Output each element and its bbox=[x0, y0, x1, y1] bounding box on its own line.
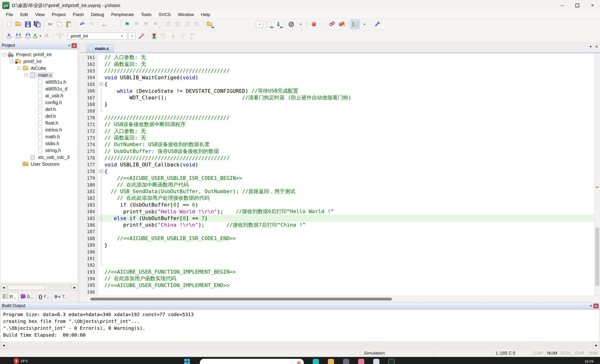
expander-icon[interactable]: − bbox=[25, 73, 28, 77]
tab-list-chevron-icon[interactable]: ▾ bbox=[590, 44, 592, 49]
fold-marker[interactable] bbox=[98, 88, 104, 94]
fold-marker[interactable] bbox=[98, 255, 104, 262]
menu-item-file[interactable]: File bbox=[2, 11, 17, 18]
code-line-188[interactable]: 188 //<<AICUBE_USER_USBLIB_ISR_CODE1_END… bbox=[80, 235, 594, 242]
menu-item-edit[interactable]: Edit bbox=[17, 11, 32, 18]
build-output-hscrollbar[interactable]: ◀ ▶ bbox=[0, 342, 600, 349]
taskbar-app-5-icon[interactable] bbox=[373, 359, 379, 364]
fold-marker[interactable] bbox=[98, 235, 104, 242]
tree-item-main-c[interactable]: −main.c bbox=[1, 72, 77, 79]
build-scroll-right-icon[interactable]: ▶ bbox=[593, 342, 600, 348]
manage-rte-button[interactable] bbox=[150, 31, 159, 41]
fold-marker[interactable] bbox=[98, 208, 104, 215]
tree-item-config-h[interactable]: config.h bbox=[1, 99, 77, 106]
build-output-close-icon[interactable]: x bbox=[593, 304, 599, 308]
panel-tab-p[interactable]: P... bbox=[0, 292, 19, 301]
code-line-173[interactable]: 173// 函数返回: 无 bbox=[80, 135, 594, 141]
fold-marker[interactable] bbox=[98, 94, 104, 101]
mesh-group-button[interactable]: ◆◆◆ bbox=[187, 31, 197, 41]
fold-marker[interactable] bbox=[98, 195, 104, 201]
target-select-combo[interactable]: printf_int▾ bbox=[68, 33, 127, 40]
menu-item-svcs[interactable]: SVCS bbox=[155, 11, 174, 18]
expander-icon[interactable]: − bbox=[10, 60, 13, 63]
code-line-163[interactable]: 163/////////////////////////////////////… bbox=[80, 67, 594, 74]
code-line-179[interactable]: 179 //<<AICUBE_USER_USBLIB_ISR_CODE1_BEG… bbox=[80, 175, 594, 181]
menu-item-peripherals[interactable]: Peripherals bbox=[108, 11, 138, 18]
configure-tools-button[interactable] bbox=[373, 20, 382, 29]
code-line-170[interactable]: 170/////////////////////////////////////… bbox=[80, 115, 594, 121]
fold-marker[interactable] bbox=[98, 108, 104, 114]
code-line-171[interactable]: 171// USB设备接收数据中断回调程序 bbox=[80, 121, 594, 128]
bookmark-prev-button[interactable]: ⚑ bbox=[132, 20, 141, 29]
save-all-button[interactable] bbox=[33, 20, 42, 29]
start-debug-session-button[interactable]: d bbox=[287, 20, 296, 29]
code-line-186[interactable]: 186 printf_usb("China !\r\n"); //接收到数据7后… bbox=[80, 222, 594, 228]
new-file-button[interactable] bbox=[4, 20, 14, 29]
maximize-button[interactable] bbox=[570, 0, 585, 11]
menu-item-tools[interactable]: Tools bbox=[138, 11, 155, 18]
build-target-button[interactable] bbox=[14, 31, 23, 41]
clock[interactable]: 16:29 bbox=[584, 359, 593, 363]
code-line-193[interactable]: 193//<<AICUBE_USER_FUNCTION_IMPLEMENT_BE… bbox=[80, 269, 594, 275]
outdent-button[interactable] bbox=[173, 20, 183, 29]
quick-find-combo-button[interactable]: ▾ bbox=[255, 20, 264, 29]
fold-marker[interactable] bbox=[98, 228, 104, 235]
code-line-167[interactable]: 167 WDT_Clear(); //清看门狗定时器 (防止硬件自动使能看门狗) bbox=[80, 94, 594, 101]
code-line-178[interactable]: 178−{ bbox=[80, 168, 594, 175]
windows-start-icon[interactable] bbox=[184, 359, 190, 364]
breakpoint-kill-all-button[interactable]: ✕ bbox=[337, 20, 347, 29]
bookmark-next-button[interactable]: ⚑ bbox=[141, 20, 151, 29]
translate-file-button[interactable] bbox=[4, 31, 14, 41]
taskbar-app-2-icon[interactable] bbox=[328, 359, 334, 364]
code-line-176[interactable]: 176/////////////////////////////////////… bbox=[80, 155, 594, 161]
scroll-left-icon[interactable]: ◀ bbox=[0, 284, 7, 291]
undo-button[interactable]: ↶ bbox=[77, 20, 87, 29]
menu-item-debug[interactable]: Debug bbox=[87, 11, 108, 18]
code-line-161[interactable]: 161// 入口参数: 无 bbox=[80, 54, 594, 61]
batch-build-button[interactable]: ▾ bbox=[33, 31, 42, 41]
code-editor[interactable]: 161// 入口参数: 无162// 函数返回: 无163///////////… bbox=[80, 53, 594, 296]
open-file-button[interactable] bbox=[14, 20, 23, 29]
cut-button[interactable]: ✂ bbox=[46, 20, 55, 29]
tab-main-c[interactable]: main.c bbox=[86, 44, 114, 53]
taskbar-active-app-icon[interactable] bbox=[388, 359, 394, 364]
project-hscroll-track[interactable] bbox=[7, 284, 71, 291]
code-line-187[interactable]: 187 bbox=[80, 228, 594, 235]
fold-marker[interactable]: − bbox=[98, 168, 104, 175]
tree-item-stc-usb-cdc-3[interactable]: stc_usb_cdc_3 bbox=[1, 154, 77, 161]
paste-button[interactable] bbox=[65, 20, 74, 29]
code-line-165[interactable]: 165−{ bbox=[80, 81, 594, 88]
expander-icon[interactable]: − bbox=[3, 53, 6, 56]
tree-item-aicube[interactable]: −AiCube bbox=[1, 65, 77, 72]
copy-button[interactable] bbox=[55, 20, 65, 29]
menu-item-flash[interactable]: Flash bbox=[69, 11, 87, 18]
taskbar-search-input[interactable] bbox=[200, 359, 304, 364]
redo-button[interactable]: ↷ bbox=[87, 20, 96, 29]
code-line-192[interactable]: 192 bbox=[80, 262, 594, 268]
code-line-195[interactable]: 195//<<AICUBE_USER_FUNCTION_IMPLEMENT_EN… bbox=[80, 282, 594, 289]
breakpoint-toggle-button[interactable] bbox=[309, 20, 319, 29]
tree-item-ai8051u-h[interactable]: ai8051u.h bbox=[1, 79, 77, 85]
weather-temperature[interactable]: 18°C bbox=[20, 359, 28, 363]
project-panel-close-icon[interactable]: x bbox=[72, 43, 77, 48]
code-line-181[interactable]: 181 // USB_SendData(UsbOutBuffer, OutNum… bbox=[80, 188, 594, 195]
notification-badge[interactable]: 3 bbox=[14, 358, 19, 364]
editor-vscrollbar[interactable] bbox=[594, 53, 600, 296]
code-line-169[interactable]: 169 bbox=[80, 108, 594, 114]
fold-marker[interactable] bbox=[98, 215, 104, 221]
code-line-168[interactable]: 168} bbox=[80, 101, 594, 108]
nav-forward-button[interactable]: → bbox=[109, 20, 119, 29]
menu-item-help[interactable]: Help bbox=[197, 11, 214, 18]
target-combo-small-button[interactable]: ▾ bbox=[127, 31, 137, 41]
code-line-174[interactable]: 174// OutNumber: USB设备接收到的数据长度 bbox=[80, 141, 594, 148]
code-line-184[interactable]: 184 printf_usb("Hello World !\r\n"); //接… bbox=[80, 208, 594, 215]
tree-item-ai-usb-h[interactable]: ai_usb.h bbox=[1, 92, 77, 99]
build-hscroll-track[interactable] bbox=[7, 343, 593, 348]
fold-marker[interactable] bbox=[98, 175, 104, 181]
panel-tab-f[interactable]: {}F... bbox=[36, 292, 52, 301]
flash-diamond-button[interactable]: ◆ bbox=[169, 31, 178, 41]
taskbar-app-1-icon[interactable] bbox=[313, 359, 319, 364]
breakpoint-enable-button[interactable] bbox=[319, 20, 328, 29]
code-line-196[interactable]: 196 bbox=[80, 289, 594, 295]
code-line-175[interactable]: 175// UsbOutBuffer: 保存USB设备接收到的数据 bbox=[80, 148, 594, 154]
